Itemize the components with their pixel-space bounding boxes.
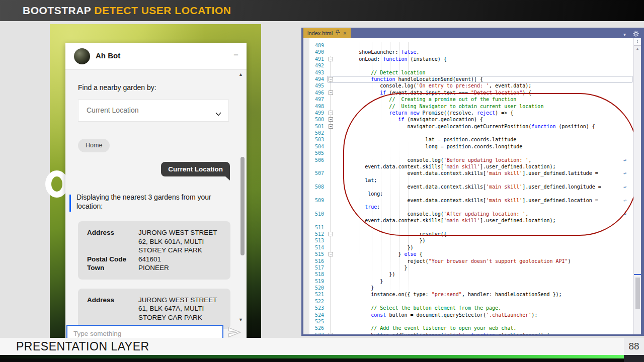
fold-marker[interactable]: − bbox=[328, 251, 335, 257]
collapse-icon[interactable]: − bbox=[329, 124, 333, 129]
home-button[interactable]: Home bbox=[78, 139, 110, 152]
code-line[interactable]: 497 // Creating a promise out of the fun… bbox=[309, 96, 633, 103]
fold-marker[interactable]: − bbox=[328, 56, 335, 62]
code-line[interactable]: 511 bbox=[309, 224, 633, 231]
collapse-icon[interactable]: − bbox=[329, 90, 333, 95]
line-number: 512 bbox=[309, 231, 328, 237]
fold-gutter bbox=[328, 312, 335, 318]
fold-marker[interactable]: − bbox=[328, 123, 335, 130]
code-line[interactable]: lat; bbox=[309, 177, 633, 184]
code-line[interactable]: true; bbox=[309, 204, 633, 210]
chat-scrollbar-thumb[interactable] bbox=[240, 157, 245, 255]
fold-marker[interactable]: − bbox=[328, 110, 335, 116]
code-line[interactable]: 502 bbox=[309, 130, 633, 136]
fold-marker[interactable]: − bbox=[328, 332, 335, 334]
fold-gutter bbox=[328, 318, 335, 325]
location-dropdown[interactable]: Current Location bbox=[78, 100, 229, 122]
code-line[interactable]: 508 event.data.context.skills['main skil… bbox=[309, 184, 633, 190]
close-icon[interactable]: × bbox=[343, 28, 346, 38]
code-line[interactable]: 496− if (event.data.input.text === "Dete… bbox=[309, 89, 633, 96]
code-line[interactable]: event.data.context.skills['main skill'].… bbox=[309, 217, 633, 224]
code-text: // Using Navigator to obtain current use… bbox=[335, 103, 543, 110]
code-line[interactable]: 493 // Detect location bbox=[309, 69, 633, 76]
code-line[interactable]: 509 event.data.context.skills['main skil… bbox=[309, 197, 633, 204]
scrollbar-up-icon[interactable]: ▴ bbox=[634, 46, 641, 51]
scroll-up-icon[interactable]: ▲ bbox=[238, 72, 243, 77]
code-line[interactable]: 517 } bbox=[309, 264, 633, 271]
collapse-icon[interactable]: − bbox=[329, 111, 333, 115]
code-line[interactable]: 515− } else { bbox=[309, 251, 633, 257]
scrollbar-thumb[interactable] bbox=[635, 278, 640, 309]
fold-marker[interactable]: − bbox=[328, 76, 335, 82]
splitter-icon[interactable]: ↕ bbox=[634, 38, 641, 46]
code-line[interactable]: 501− navigator.geolocation.getCurrentPos… bbox=[309, 123, 633, 130]
code-text: } bbox=[335, 264, 408, 271]
footer-corner-block bbox=[624, 355, 644, 362]
code-line[interactable]: 510 console.log('After updating location… bbox=[309, 211, 633, 217]
code-line[interactable]: 525 bbox=[309, 318, 633, 325]
collapse-icon[interactable]: − bbox=[329, 252, 333, 256]
fold-gutter bbox=[328, 82, 335, 89]
collapse-icon[interactable]: − bbox=[329, 333, 333, 334]
pin-icon[interactable] bbox=[336, 28, 340, 38]
code-rows[interactable]: 489490 showLauncher: false,491− onLoad: … bbox=[309, 42, 633, 334]
chat-input-wrapper bbox=[66, 325, 223, 338]
card-value: 641601 bbox=[138, 255, 228, 264]
collapse-icon[interactable]: − bbox=[329, 232, 333, 236]
code-line[interactable]: 491− onLoad: function (instance) { bbox=[309, 56, 633, 62]
fold-marker[interactable]: − bbox=[328, 231, 335, 237]
code-line[interactable]: 519 } bbox=[309, 278, 633, 285]
code-line[interactable]: 498 // Using Navigator to obtain current… bbox=[309, 103, 633, 110]
code-line[interactable]: 492 bbox=[309, 62, 633, 69]
collapse-icon[interactable]: − bbox=[329, 77, 333, 81]
code-line[interactable]: 503 lat = position.coords.latitude bbox=[309, 136, 633, 143]
code-line[interactable]: 495 console.log('On entry to pre:send: '… bbox=[309, 82, 633, 89]
code-line[interactable]: 526 // Add the event listener to open yo… bbox=[309, 325, 633, 331]
code-line[interactable]: event.data.context.skills['main skill'].… bbox=[309, 163, 633, 170]
scrollbar-position-marker bbox=[634, 274, 641, 275]
editor-scrollbar[interactable]: ↕ ▴ bbox=[633, 38, 641, 334]
fold-marker[interactable]: − bbox=[328, 89, 335, 96]
fold-marker[interactable]: − bbox=[328, 116, 335, 123]
collapse-icon[interactable]: − bbox=[329, 57, 333, 61]
collapse-icon[interactable]: − bbox=[329, 117, 333, 122]
code-line[interactable]: 522 bbox=[309, 298, 633, 305]
scroll-down-icon[interactable]: ▼ bbox=[238, 317, 243, 322]
card-label: Address bbox=[87, 228, 138, 255]
code-line[interactable]: 513 }) bbox=[309, 237, 633, 244]
code-line[interactable]: 500− if (navigator.geolocation) { bbox=[309, 116, 633, 123]
code-line[interactable]: 489 bbox=[309, 42, 633, 49]
code-line[interactable]: 518 }) bbox=[309, 271, 633, 278]
line-number: 489 bbox=[309, 42, 328, 49]
garden-card: AddressJURONG WEST STREET 62, BLK 601A, … bbox=[78, 221, 230, 280]
code-line[interactable]: 490 showLauncher: false, bbox=[309, 49, 633, 55]
fold-gutter bbox=[328, 278, 335, 285]
line-number: 501 bbox=[309, 123, 328, 130]
code-editor: index.html × ▾ bbox=[301, 28, 644, 336]
code-line[interactable]: 514 }) bbox=[309, 244, 633, 251]
code-line[interactable]: 504 long = position.coords.longitude bbox=[309, 143, 633, 150]
code-line[interactable]: 494− function handleLocationSend(event)|… bbox=[309, 76, 633, 82]
code-line[interactable]: 512− resolve({ bbox=[309, 231, 633, 237]
code-line[interactable]: 507 event.data.context.skills['main skil… bbox=[309, 170, 633, 176]
code-line[interactable]: 527− button.addEventListener('click', fu… bbox=[309, 332, 633, 334]
send-icon[interactable] bbox=[226, 327, 243, 338]
minimize-icon[interactable]: − bbox=[233, 50, 238, 61]
code-line[interactable]: 516 reject("Your browser doesn't support… bbox=[309, 258, 633, 264]
fold-gutter bbox=[328, 298, 335, 305]
breakpoint-margin[interactable] bbox=[303, 38, 309, 334]
code-line[interactable]: 506 console.log('Before updating locatio… bbox=[309, 157, 633, 163]
code-line[interactable]: 524 const button = document.querySelecto… bbox=[309, 312, 633, 318]
code-line[interactable]: long; bbox=[309, 191, 633, 197]
code-line[interactable]: 523 // Select the button element from th… bbox=[309, 305, 633, 311]
code-line[interactable]: 499− return new Promise((resolve, reject… bbox=[309, 110, 633, 116]
tab-index-html[interactable]: index.html × bbox=[303, 28, 351, 38]
chat-input[interactable] bbox=[67, 326, 222, 338]
gear-icon[interactable] bbox=[633, 30, 639, 39]
line-number: 515 bbox=[309, 251, 328, 257]
code-line[interactable]: 505 bbox=[309, 150, 633, 156]
code-text: } bbox=[335, 278, 383, 285]
tab-menu-icon[interactable]: ▾ bbox=[623, 32, 626, 37]
code-line[interactable]: 521 instance.on({ type: "pre:send", hand… bbox=[309, 291, 633, 298]
code-line[interactable]: 520 } bbox=[309, 285, 633, 291]
